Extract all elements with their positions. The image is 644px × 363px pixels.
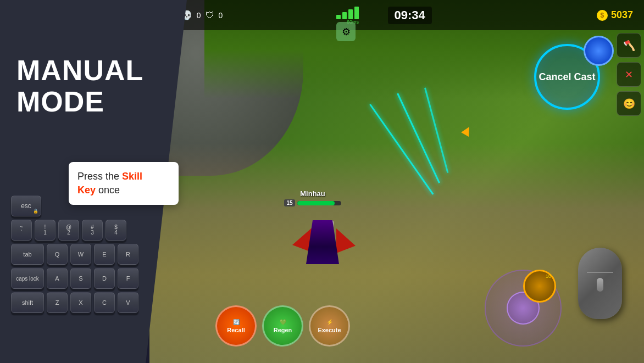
recall-label: Recall — [227, 327, 245, 333]
gold-display: $ 5037 — [597, 9, 633, 21]
skill-buttons-row: 🔄 Recall 💚 Regen ⚡ Execute — [215, 305, 350, 347]
character-body — [303, 209, 347, 264]
w-key[interactable]: W — [70, 244, 91, 265]
1-key[interactable]: !1 — [35, 220, 55, 241]
instruction-prefix: Press the — [77, 171, 122, 182]
settings-button[interactable]: ⚙ — [336, 22, 356, 41]
title-line1: MANUAL — [16, 55, 143, 86]
regen-label: Regen — [274, 327, 292, 333]
tab-key[interactable]: tab — [11, 244, 44, 265]
skill-aim-lines — [259, 77, 534, 242]
skill-charge-icon — [584, 36, 614, 66]
2-key[interactable]: @2 — [58, 220, 79, 241]
3-key[interactable]: #3 — [82, 220, 103, 241]
c-key[interactable]: C — [94, 292, 115, 313]
instruction-skill-word: Skill — [122, 171, 142, 182]
execute-icon: ⚡ — [326, 319, 333, 325]
char-cape — [306, 220, 339, 264]
keyboard-section: esc 🔒 ~` !1 @2 #3 $4 tab Q — [0, 187, 192, 363]
d-key[interactable]: D — [94, 268, 115, 289]
recall-icon: 🔄 — [233, 319, 240, 325]
r-key[interactable]: R — [118, 244, 138, 265]
wifi-bar-4 — [354, 7, 359, 19]
4-key[interactable]: $4 — [106, 220, 126, 241]
f-key[interactable]: F — [118, 268, 138, 289]
game-area: ⚔ 0 💀 0 🛡 0 09:34 $ 5037 60ms ⚙ Cancel C… — [149, 0, 644, 363]
skill-cooldown-number: 10 — [546, 273, 551, 279]
wifi-bar-3 — [348, 9, 353, 19]
game-timer: 09:34 — [388, 7, 432, 24]
wifi-bar-1 — [336, 15, 341, 19]
recall-skill-button[interactable]: 🔄 Recall — [215, 305, 257, 347]
mouse-scroll-wheel — [597, 278, 603, 292]
hud-top-bar: ⚔ 0 💀 0 🛡 0 09:34 $ 5037 — [149, 0, 644, 30]
v-key[interactable]: V — [118, 292, 138, 313]
title-line2: MODE — [16, 86, 143, 118]
health-bar — [297, 201, 341, 205]
mouse-device — [573, 248, 628, 336]
e-key[interactable]: E — [94, 244, 115, 265]
health-bar-container: 15 — [284, 199, 341, 206]
mouse-body — [578, 248, 622, 319]
gold-coin-icon: $ — [597, 10, 608, 21]
key-row-1: ~` !1 @2 #3 $4 — [11, 220, 181, 241]
wifi-bars — [336, 5, 369, 19]
instruction-box: Press the Skill Key once — [69, 162, 179, 205]
esc-key[interactable]: esc 🔒 — [11, 196, 41, 216]
right-skill-icon[interactable]: 10 — [523, 270, 556, 303]
caps-lock-key[interactable]: caps lock — [11, 268, 44, 289]
tilde-key[interactable]: ~` — [11, 220, 32, 241]
health-fill — [297, 201, 335, 205]
key-row-2: tab Q W E R — [11, 244, 181, 265]
instruction-key-word: Key — [77, 185, 96, 196]
level-badge: 15 — [284, 199, 295, 206]
shop-icon[interactable]: 🪓 — [617, 33, 641, 58]
key-row-3: caps lock A S D F — [11, 268, 181, 289]
key-row-4: shift Z X C V — [11, 292, 181, 313]
q-key[interactable]: Q — [47, 244, 68, 265]
s-key[interactable]: S — [70, 268, 91, 289]
player-nametag: Minhau 15 — [284, 189, 341, 206]
wifi-bar-2 — [342, 12, 347, 19]
emote-icon[interactable]: 😊 — [617, 91, 641, 116]
page-title: MANUAL MODE — [16, 55, 143, 118]
shield-hud-icon: 🛡 — [206, 10, 214, 20]
hud-right-icons: 🪓 ✕ 😊 — [617, 33, 641, 116]
mouse-divider — [587, 272, 613, 273]
assist-count: 0 — [219, 11, 223, 20]
x-key[interactable]: X — [70, 292, 91, 313]
lock-icon: 🔒 — [33, 209, 38, 214]
map-icon[interactable]: ✕ — [617, 62, 641, 87]
regen-icon: 💚 — [280, 319, 286, 325]
death-count: 0 — [197, 11, 201, 20]
a-key[interactable]: A — [47, 268, 68, 289]
z-key[interactable]: Z — [47, 292, 68, 313]
gold-amount: 5037 — [611, 9, 633, 21]
aim-line-2 — [397, 93, 440, 183]
instruction-suffix: once — [96, 185, 120, 196]
shift-key[interactable]: shift — [11, 292, 44, 313]
execute-skill-button[interactable]: ⚡ Execute — [309, 305, 350, 347]
character-sprite — [303, 209, 347, 264]
regen-skill-button[interactable]: 💚 Regen — [262, 305, 303, 347]
execute-label: Execute — [318, 327, 341, 333]
player-name: Minhau — [300, 189, 325, 198]
keyboard-grid: esc 🔒 ~` !1 @2 #3 $4 tab Q — [11, 196, 181, 313]
